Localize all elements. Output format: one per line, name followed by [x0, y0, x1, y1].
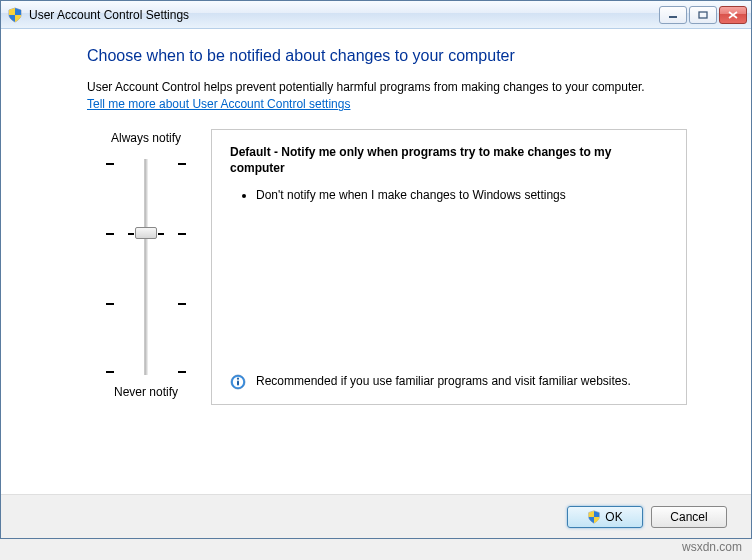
slider-tick [106, 303, 186, 305]
slider-track [145, 159, 148, 375]
minimize-button[interactable] [659, 6, 687, 24]
content-area: Choose when to be notified about changes… [1, 29, 751, 494]
button-bar: OK Cancel [1, 494, 751, 538]
main-row: Always notify Never notify Default - Not… [87, 129, 687, 405]
intro-text: User Account Control helps prevent poten… [87, 79, 687, 95]
watermark: wsxdn.com [682, 540, 742, 554]
minimize-icon [668, 11, 678, 19]
slider-label-top: Always notify [111, 131, 181, 145]
close-icon [728, 11, 738, 19]
maximize-icon [698, 11, 708, 19]
svg-point-4 [237, 378, 239, 380]
description-bullet: Don't notify me when I make changes to W… [256, 187, 668, 203]
help-link[interactable]: Tell me more about User Account Control … [87, 97, 350, 111]
cancel-button[interactable]: Cancel [651, 506, 727, 528]
slider-label-bottom: Never notify [114, 385, 178, 399]
svg-rect-5 [237, 381, 239, 386]
svg-rect-0 [669, 16, 677, 18]
uac-shield-icon [587, 510, 601, 524]
cancel-button-label: Cancel [670, 510, 707, 524]
description-title: Default - Notify me only when programs t… [230, 144, 668, 176]
slider-column: Always notify Never notify [87, 129, 205, 405]
titlebar[interactable]: User Account Control Settings [1, 1, 751, 29]
ok-button[interactable]: OK [567, 506, 643, 528]
window-title: User Account Control Settings [29, 8, 659, 22]
slider-tick [106, 163, 186, 165]
page-heading: Choose when to be notified about changes… [87, 47, 687, 65]
notification-slider[interactable] [106, 153, 186, 381]
description-panel: Default - Notify me only when programs t… [211, 129, 687, 405]
ok-button-label: OK [605, 510, 622, 524]
slider-tick [106, 371, 186, 373]
description-list: Don't notify me when I make changes to W… [230, 187, 668, 209]
close-button[interactable] [719, 6, 747, 24]
maximize-button[interactable] [689, 6, 717, 24]
recommendation-row: Recommended if you use familiar programs… [230, 363, 668, 390]
slider-thumb[interactable] [135, 227, 157, 239]
uac-shield-icon [7, 7, 23, 23]
info-icon [230, 374, 246, 390]
window-controls [659, 6, 747, 24]
svg-rect-1 [699, 12, 707, 18]
uac-settings-window: User Account Control Settings Choose whe… [0, 0, 752, 539]
recommendation-text: Recommended if you use familiar programs… [256, 373, 651, 389]
